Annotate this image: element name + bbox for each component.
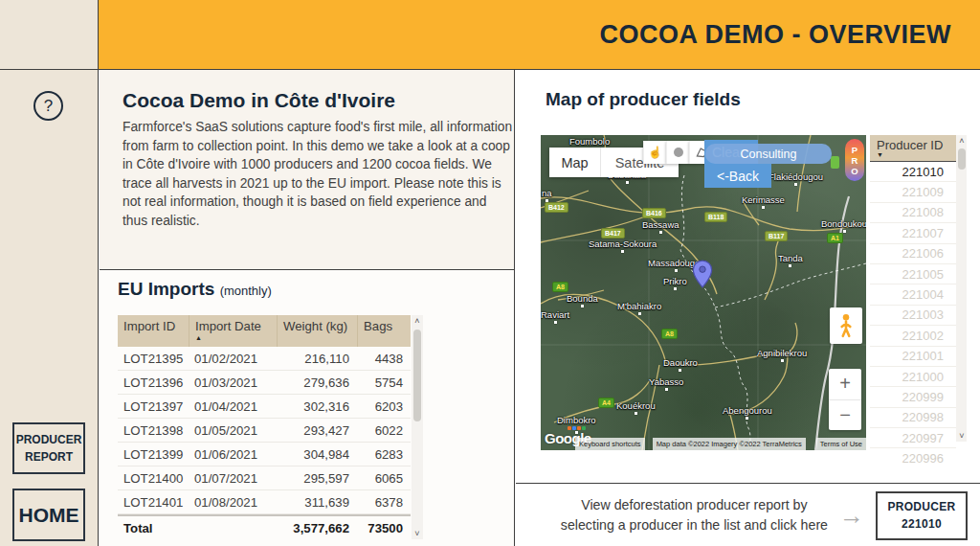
producer-list-item[interactable]: 221008 (870, 203, 956, 223)
table-cell: LOT21395 (118, 352, 189, 366)
producer-list-item[interactable]: 220998 (870, 408, 956, 428)
map-place-label: Abengourou (723, 405, 772, 420)
scroll-thumb[interactable] (958, 148, 966, 170)
producer-list-item[interactable]: 221005 (870, 264, 956, 284)
producer-id-rows: 2210102210092210082210072210062210052210… (870, 162, 967, 464)
map-place-label: Tanda (778, 253, 803, 267)
map-panel: Map of producer fields (516, 70, 980, 484)
table-cell: 01/07/2021 (189, 471, 277, 486)
scroll-thumb[interactable] (413, 330, 421, 421)
producer-list-item[interactable]: 221007 (870, 223, 956, 243)
column-header-import-date[interactable]: Import Date▲ (189, 315, 277, 347)
table-row[interactable]: LOT2139801/05/2021293,4276022 (118, 419, 411, 443)
total-label: Total (118, 521, 189, 535)
footer-instruction-line1: View deforestation producer report by (561, 495, 828, 515)
table-cell: LOT21399 (118, 447, 189, 462)
producer-list-item[interactable]: 221004 (870, 284, 956, 305)
producer-list-item[interactable]: 221009 (870, 182, 956, 202)
producer-list-item[interactable]: 220999 (870, 387, 956, 407)
table-row[interactable]: LOT2139501/02/2021216,1104438 (118, 347, 411, 371)
scroll-up-icon[interactable]: ˄ (959, 135, 964, 147)
table-cell: LOT21396 (118, 375, 189, 390)
table-cell: 6065 (357, 471, 411, 486)
imports-table-body: LOT2139501/02/2021216,1104438LOT2139601/… (118, 347, 411, 514)
table-cell: 295,597 (277, 471, 357, 486)
google-map[interactable]: FoumboloDabakalanaB412B416BassawaB417Sat… (541, 135, 866, 450)
producer-list-item[interactable]: 221000 (870, 367, 956, 387)
keyboard-shortcuts-link[interactable]: Keyboard shortcuts (575, 438, 645, 450)
producer-list-item[interactable]: 221003 (870, 306, 956, 326)
footer-instruction-line2: selecting a producer in the list and cli… (561, 515, 828, 535)
pan-hand-icon[interactable]: ☝ (643, 141, 666, 164)
table-cell: 216,110 (277, 352, 357, 366)
table-cell: 01/02/2021 (189, 352, 277, 366)
table-row[interactable]: LOT2139601/03/2021279,6365754 (118, 371, 411, 395)
circle-tool-icon[interactable] (666, 141, 689, 164)
table-cell: LOT21400 (118, 471, 189, 486)
table-row[interactable]: LOT2139901/06/2021304,9846283 (118, 443, 411, 466)
table-cell: 311,639 (277, 495, 357, 510)
route-badge: B412 (545, 202, 568, 213)
intro-body: Farmforce's SaaS solutions capture food'… (122, 118, 513, 230)
map-place-label: Raviart (541, 309, 569, 324)
table-cell: 01/03/2021 (189, 375, 277, 390)
home-button[interactable]: HOME (12, 489, 85, 541)
pegman-icon (837, 313, 855, 338)
terms-of-use-link[interactable]: Terms of Use (816, 438, 866, 450)
producer-list-item[interactable]: 220997 (870, 428, 956, 448)
producer-list-scrollbar[interactable]: ˄ ˅ (956, 135, 967, 442)
sidebar: ? PRODUCER REPORT HOME (0, 70, 99, 546)
pro-badge[interactable]: PRO (845, 139, 864, 181)
map-place-label: Flakiédougou (768, 171, 823, 186)
page-title: COCOA DEMO - OVERVIEW (599, 20, 951, 50)
producer-list-item[interactable]: 221010 (870, 162, 956, 182)
zoom-out-button[interactable]: − (829, 400, 861, 431)
route-badge: A8 (661, 329, 678, 339)
table-row[interactable]: LOT2140001/07/2021295,5976065 (118, 466, 411, 490)
map-place-label: Yabasso (649, 376, 683, 391)
column-header-import-id[interactable]: Import ID (118, 315, 189, 347)
help-icon[interactable]: ? (33, 91, 63, 121)
column-header-bags[interactable]: Bags (357, 315, 411, 347)
producer-list-item[interactable]: 221006 (870, 244, 956, 264)
zoom-in-button[interactable]: + (829, 369, 861, 400)
imports-table-scrollbar[interactable]: ˄ ˅ (412, 315, 423, 539)
producer-id-header[interactable]: Producer ID ▼ (870, 135, 956, 162)
column-header-weight-kg-[interactable]: Weight (kg) (277, 315, 357, 347)
back-button[interactable]: <-Back (704, 164, 771, 188)
table-cell: LOT21397 (118, 399, 189, 414)
table-cell: 6283 (357, 447, 411, 462)
intro-title: Cocoa Demo in Côte d'Ivoire (122, 89, 491, 112)
scroll-down-icon[interactable]: ˅ (959, 430, 964, 442)
scroll-up-icon[interactable]: ˄ (414, 315, 419, 327)
map-place-label: Kouékrou (616, 400, 656, 415)
map-place-label: na (542, 188, 552, 202)
main-column: Cocoa Demo in Côte d'Ivoire Farmforce's … (100, 70, 515, 546)
green-marker (831, 156, 839, 169)
consulting-label: Consulting (705, 144, 832, 164)
table-cell: 304,984 (277, 447, 357, 462)
footer-bar: View deforestation producer report by se… (516, 485, 980, 546)
producer-list-item[interactable]: 220996 (870, 448, 956, 464)
table-row[interactable]: LOT2139701/04/2021302,3166203 (118, 395, 411, 419)
table-cell: LOT21401 (118, 495, 189, 510)
eu-imports-subtitle: (monthly) (220, 284, 272, 298)
map-view-button[interactable]: Map (549, 148, 600, 177)
producer-report-button[interactable]: PRODUCER REPORT (12, 422, 85, 474)
table-row[interactable]: LOT2140101/08/2021311,6396378 (118, 490, 411, 514)
producer-list-item[interactable]: 221001 (870, 347, 956, 367)
route-badge: B416 (642, 208, 666, 218)
scroll-down-icon[interactable]: ˅ (414, 528, 419, 539)
producer-221010-button[interactable]: PRODUCER 221010 (876, 491, 968, 540)
pegman-control[interactable] (830, 307, 862, 344)
right-column: Map of producer fields (516, 70, 980, 546)
imports-table: Import IDImport Date▲Weight (kg)Bags LOT… (118, 315, 411, 539)
map-place-label: Prikro (663, 276, 687, 290)
arrow-right-icon: → (839, 501, 864, 531)
map-marker-pin[interactable] (692, 260, 713, 288)
sort-descending-icon: ▼ (877, 152, 956, 158)
route-badge: A4 (598, 398, 614, 408)
table-cell: 6203 (357, 399, 411, 414)
producer-list-item[interactable]: 221002 (870, 326, 956, 346)
route-badge: A1 (827, 233, 843, 243)
